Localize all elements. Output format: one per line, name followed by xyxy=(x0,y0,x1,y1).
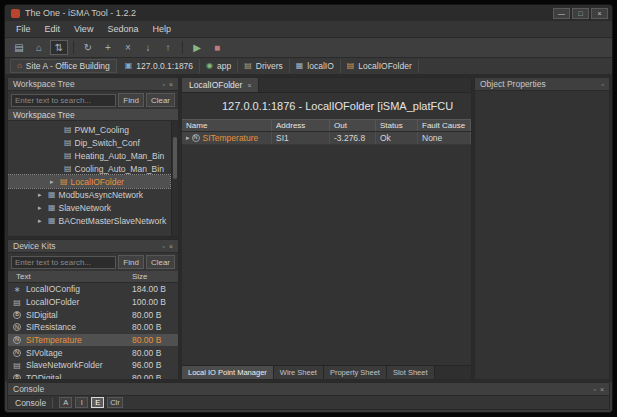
tab-property-sheet[interactable]: Property Sheet xyxy=(324,366,387,379)
menu-edit[interactable]: Edit xyxy=(38,21,68,37)
tab-localiofolder[interactable]: LocalIOFolder × xyxy=(182,78,259,92)
breadcrumb-drivers[interactable]: Drivers xyxy=(238,59,289,73)
column-fault-cause[interactable]: Fault Cause xyxy=(418,120,471,131)
tab-close-icon[interactable]: × xyxy=(247,82,251,89)
stop-icon[interactable]: ■ xyxy=(208,40,226,55)
tree-item-modbusasyncnetwork[interactable]: ModbusAsyncNetwork xyxy=(8,188,170,201)
pin-icon[interactable] xyxy=(162,243,164,250)
chevron-right-icon[interactable] xyxy=(38,204,45,212)
refresh-icon[interactable]: ↻ xyxy=(79,40,97,55)
kit-size: 80.00 B xyxy=(132,335,178,345)
close-icon[interactable] xyxy=(169,81,173,88)
chevron-right-icon[interactable] xyxy=(38,217,45,225)
close-icon[interactable] xyxy=(169,243,173,250)
table-row-sitemperature[interactable]: SITemperature SI1 -3.276.8 Ok None xyxy=(182,132,471,145)
add-icon[interactable]: + xyxy=(99,40,117,55)
menu-help[interactable]: Help xyxy=(145,21,178,37)
kit-row-localioconfig[interactable]: LocalIOConfig 184.00 B xyxy=(8,283,178,296)
tree-item-cooling-auto-man-bin[interactable]: Cooling_Auto_Man_Bin xyxy=(8,162,170,175)
kit-row-sitemperature[interactable]: SITemperature 80.00 B xyxy=(8,334,178,347)
column-text[interactable]: Text xyxy=(8,272,132,281)
tree-item-pwm-cooling[interactable]: PWM_Cooling xyxy=(8,123,170,136)
gear-icon xyxy=(14,285,21,294)
console-filter-error-button[interactable]: E xyxy=(91,397,104,408)
column-size[interactable]: Size xyxy=(132,272,178,281)
breadcrumb-site[interactable]: Site A - Office Building xyxy=(10,59,117,73)
workspace-search-row: Find Clear xyxy=(8,91,178,109)
kit-row-slavenetworkfolder[interactable]: SlaveNetworkFolder 96.00 B xyxy=(8,359,178,372)
breadcrumb-device[interactable]: 127.0.0.1:1876 xyxy=(119,59,200,73)
kit-row-sivoltage[interactable]: SIVoltage 80.00 B xyxy=(8,346,178,359)
chevron-right-icon[interactable] xyxy=(50,178,57,186)
kit-row-sidigital[interactable]: SIDigital 80.00 B xyxy=(8,308,178,321)
kit-row-todigital[interactable]: TODigital 80.00 B xyxy=(8,372,178,379)
column-name[interactable]: Name xyxy=(182,120,272,131)
connect-icon[interactable]: ⇅ xyxy=(50,40,68,55)
console-clear-button[interactable]: Clr xyxy=(107,397,123,408)
tab-slot-sheet[interactable]: Slot Sheet xyxy=(387,366,435,379)
points-table-header: Name Address Out Status Fault Cause xyxy=(182,119,471,132)
column-out[interactable]: Out xyxy=(330,120,376,131)
pin-icon[interactable] xyxy=(593,386,595,393)
console-filter-all-button[interactable]: A xyxy=(59,397,72,408)
table-empty-area xyxy=(182,145,471,365)
tab-wire-sheet[interactable]: Wire Sheet xyxy=(274,366,324,379)
minimize-button[interactable]: — xyxy=(553,8,570,19)
breadcrumb-localio[interactable]: localIO xyxy=(290,59,341,73)
breadcrumb-app[interactable]: app xyxy=(200,59,238,73)
main-toolbar: ▤ ⌂ ⇅ ↻ + × ↓ ↑ ▶ ■ xyxy=(5,38,612,58)
menu-view[interactable]: View xyxy=(67,21,100,37)
kit-size: 80.00 B xyxy=(132,322,178,332)
component-icon xyxy=(64,139,72,147)
maximize-button[interactable]: □ xyxy=(572,8,589,19)
breadcrumb-label: Site A - Office Building xyxy=(26,61,110,71)
device-kits-header: Device Kits xyxy=(8,240,178,253)
close-icon[interactable] xyxy=(600,386,604,393)
console-filter-info-button[interactable]: I xyxy=(75,397,88,408)
local-io-icon xyxy=(296,62,304,70)
tree-item-label: Cooling_Auto_Man_Bin xyxy=(75,164,164,174)
chevron-right-icon[interactable] xyxy=(186,134,190,142)
app-icon xyxy=(206,62,213,70)
workspace-clear-button[interactable]: Clear xyxy=(146,93,175,107)
column-address[interactable]: Address xyxy=(272,120,330,131)
close-button[interactable]: × xyxy=(591,8,608,19)
import-icon[interactable]: ↓ xyxy=(139,40,157,55)
export-icon[interactable]: ↑ xyxy=(159,40,177,55)
kit-size: 184.00 B xyxy=(132,284,178,294)
menu-sedona[interactable]: Sedona xyxy=(100,21,145,37)
titlebar: The One - iSMA Tool - 1.2.2 — □ × xyxy=(5,5,612,21)
site-icon[interactable]: ⌂ xyxy=(30,40,48,55)
tree-item-slavenetwork[interactable]: SlaveNetwork xyxy=(8,201,170,214)
kit-row-localiofolder[interactable]: LocalIOFolder 100.00 B xyxy=(8,296,178,309)
site-icon xyxy=(17,62,22,70)
tree-scrollbar[interactable] xyxy=(171,121,178,236)
tree-item-dip-switch-conf[interactable]: Dip_Switch_Conf xyxy=(8,136,170,149)
menu-file[interactable]: File xyxy=(9,21,38,37)
breadcrumb-localiofolder[interactable]: LocalIOFolder xyxy=(341,59,419,73)
tree-item-label: ModbusAsyncNetwork xyxy=(59,190,144,200)
pin-icon[interactable] xyxy=(602,81,604,88)
tree-item-label: SlaveNetwork xyxy=(59,203,111,213)
column-status[interactable]: Status xyxy=(376,120,418,131)
kits-clear-button[interactable]: Clear xyxy=(146,255,175,269)
view-switch-tabs: Local IO Point Manager Wire Sheet Proper… xyxy=(182,365,471,379)
tab-local-io-point-manager[interactable]: Local IO Point Manager xyxy=(182,366,274,379)
tree-item-heating-auto-man-bin[interactable]: Heating_Auto_Man_Bin xyxy=(8,149,170,162)
delete-icon[interactable]: × xyxy=(119,40,137,55)
kit-row-siresistance[interactable]: SIResistance 80.00 B xyxy=(8,321,178,334)
center-panel: LocalIOFolder × 127.0.0.1:1876 - LocalIO… xyxy=(181,77,472,380)
tree-scrollbar-thumb[interactable] xyxy=(173,137,177,179)
pin-icon[interactable] xyxy=(162,81,164,88)
tree-item-localiofolder[interactable]: LocalIOFolder xyxy=(8,175,170,188)
kits-search-input[interactable] xyxy=(11,256,116,269)
play-icon[interactable]: ▶ xyxy=(188,40,206,55)
kits-find-button[interactable]: Find xyxy=(118,255,144,269)
workspace-search-input[interactable] xyxy=(11,94,116,107)
workspace-find-button[interactable]: Find xyxy=(118,93,144,107)
chevron-right-icon[interactable] xyxy=(38,191,45,199)
panel-title: Workspace Tree xyxy=(13,79,75,89)
tree-item-bacnetmasterslavenetwork[interactable]: BACnetMasterSlaveNetwork xyxy=(8,214,170,227)
kit-size: 96.00 B xyxy=(132,360,178,370)
open-workspace-icon[interactable]: ▤ xyxy=(10,40,28,55)
